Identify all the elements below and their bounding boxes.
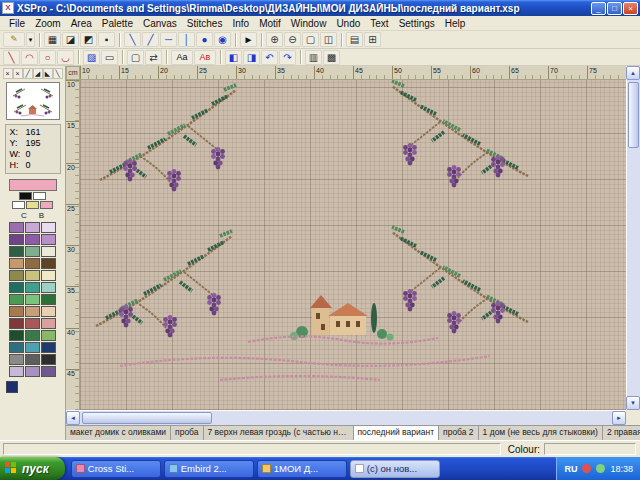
palette-swatch[interactable] xyxy=(25,342,40,353)
tool-dropdown-icon[interactable]: ▾ xyxy=(26,32,35,47)
palette-swatch[interactable] xyxy=(41,246,56,257)
palette-swatch[interactable] xyxy=(41,342,56,353)
palette-swatch[interactable] xyxy=(9,306,24,317)
scroll-up-button[interactable]: ▲ xyxy=(626,66,640,80)
palette-swatch[interactable] xyxy=(25,270,40,281)
mini-half-stitch-icon[interactable]: ╱ xyxy=(23,68,33,79)
mini-backstitch-icon[interactable]: ╲ xyxy=(53,68,63,79)
menu-item[interactable]: Help xyxy=(440,18,471,29)
design-tab[interactable]: последний вариант xyxy=(354,425,440,440)
palette-swatch[interactable] xyxy=(25,282,40,293)
palette-swatch[interactable] xyxy=(41,294,56,305)
palette-swatch[interactable] xyxy=(25,234,40,245)
palette-swatch[interactable] xyxy=(41,366,56,377)
palette-swatch[interactable] xyxy=(25,318,40,329)
palette-swatch[interactable] xyxy=(9,270,24,281)
scroll-right-button[interactable]: ► xyxy=(612,411,626,425)
design-canvas[interactable] xyxy=(80,80,626,410)
bead-icon[interactable]: ◉ xyxy=(214,32,231,47)
menu-item[interactable]: Palette xyxy=(97,18,138,29)
palette-swatch[interactable] xyxy=(25,366,40,377)
palette-swatch[interactable] xyxy=(9,234,24,245)
palette-swatch[interactable] xyxy=(9,222,24,233)
mini-full-stitch-icon[interactable]: × xyxy=(3,68,13,79)
grid-toggle-icon[interactable]: ▤ xyxy=(346,32,363,47)
palette-swatch[interactable] xyxy=(9,282,24,293)
scroll-left-button[interactable]: ◄ xyxy=(66,411,80,425)
palette-swatch[interactable] xyxy=(25,246,40,257)
french-knot-icon[interactable]: ● xyxy=(196,32,213,47)
petite-stitch-icon[interactable]: ▪ xyxy=(98,32,115,47)
palette-swatch[interactable] xyxy=(41,258,56,269)
design-tab[interactable]: 7 верхн левая гроздь (с частью ниж ветки… xyxy=(204,426,354,440)
palette-swatch[interactable] xyxy=(25,306,40,317)
fill-area-icon[interactable]: ▨ xyxy=(83,50,100,65)
palette-swatch[interactable] xyxy=(25,258,40,269)
menu-item[interactable]: Text xyxy=(365,18,393,29)
palette-swatch[interactable] xyxy=(19,192,32,200)
tray-icon[interactable] xyxy=(596,464,605,473)
vertical-scrollbar[interactable]: ▲ ▼ xyxy=(626,66,640,410)
horizontal-scrollbar[interactable]: ◄ ► xyxy=(66,410,626,425)
full-stitch-icon[interactable]: ▦ xyxy=(44,32,61,47)
vertical-scroll-thumb[interactable] xyxy=(628,82,639,148)
rotate-right-icon[interactable]: ↷ xyxy=(279,50,296,65)
draw-circle-icon[interactable]: ○ xyxy=(39,50,56,65)
start-button[interactable]: пуск xyxy=(0,457,65,480)
taskbar-button[interactable]: (с) он нов... xyxy=(350,460,440,478)
palette-swatch[interactable] xyxy=(12,201,25,209)
taskbar-button[interactable]: Embird 2... xyxy=(164,460,254,478)
palette-swatch[interactable] xyxy=(25,330,40,341)
palette-swatch[interactable] xyxy=(9,330,24,341)
palette-swatch[interactable] xyxy=(9,318,24,329)
select-rect-icon[interactable]: ▢ xyxy=(127,50,144,65)
mini-double-stitch-icon[interactable]: × xyxy=(13,68,23,79)
palette-swatch[interactable] xyxy=(26,201,39,209)
language-indicator[interactable]: RU xyxy=(564,464,577,474)
text-latin-icon[interactable]: Aa xyxy=(171,50,193,65)
menu-item[interactable]: Motif xyxy=(254,18,286,29)
design-tab[interactable]: проба 2 xyxy=(439,426,479,440)
backstitch-down-icon[interactable]: ╲ xyxy=(124,32,141,47)
select-tool-icon[interactable]: ► xyxy=(240,32,257,47)
palette-swatch[interactable] xyxy=(41,354,56,365)
menu-item[interactable]: Undo xyxy=(331,18,365,29)
menu-item[interactable]: Settings xyxy=(394,18,440,29)
design-tab[interactable]: 1 дом (не весь для стыковки) xyxy=(479,426,603,440)
zoom-out-icon[interactable]: ⊖ xyxy=(284,32,301,47)
move-selection-icon[interactable]: ⇄ xyxy=(145,50,162,65)
palette-swatch[interactable] xyxy=(9,342,24,353)
palette-swatch[interactable] xyxy=(33,192,46,200)
quarter-stitch-icon[interactable]: ◩ xyxy=(80,32,97,47)
close-button[interactable]: × xyxy=(623,2,638,15)
palette-swatch[interactable] xyxy=(41,330,56,341)
palette-swatch[interactable] xyxy=(41,318,56,329)
mini-three-quarter-icon[interactable]: ◣ xyxy=(43,68,53,79)
current-color-swatch[interactable] xyxy=(9,179,57,191)
design-preview[interactable] xyxy=(6,82,60,120)
menu-item[interactable]: Stitches xyxy=(182,18,228,29)
maximize-button[interactable]: □ xyxy=(607,2,622,15)
backstitch-vertical-icon[interactable]: │ xyxy=(178,32,195,47)
palette-swatch[interactable] xyxy=(41,270,56,281)
palette-footer-swatch[interactable] xyxy=(6,381,18,393)
text-cyrillic-icon[interactable]: Aв xyxy=(194,50,216,65)
zoom-fit-icon[interactable]: ▢ xyxy=(302,32,319,47)
menu-item[interactable]: Info xyxy=(227,18,254,29)
palette-swatch[interactable] xyxy=(25,294,40,305)
draw-line-icon[interactable]: ╲ xyxy=(3,50,20,65)
draw-arc-icon[interactable]: ◡ xyxy=(57,50,74,65)
pencil-tool-icon[interactable]: ✎ xyxy=(3,32,25,47)
palette-swatch[interactable] xyxy=(40,201,53,209)
palette-swatch[interactable] xyxy=(9,246,24,257)
menu-item[interactable]: File xyxy=(4,18,30,29)
motif-library-icon[interactable]: ▥ xyxy=(305,50,322,65)
palette-swatch[interactable] xyxy=(25,354,40,365)
menu-item[interactable]: Area xyxy=(66,18,97,29)
menu-item[interactable]: Window xyxy=(286,18,332,29)
tray-icon[interactable] xyxy=(582,464,591,473)
zoom-actual-icon[interactable]: ◫ xyxy=(320,32,337,47)
scroll-down-button[interactable]: ▼ xyxy=(626,396,640,410)
palette-swatch[interactable] xyxy=(9,294,24,305)
palette-swatch[interactable] xyxy=(41,222,56,233)
